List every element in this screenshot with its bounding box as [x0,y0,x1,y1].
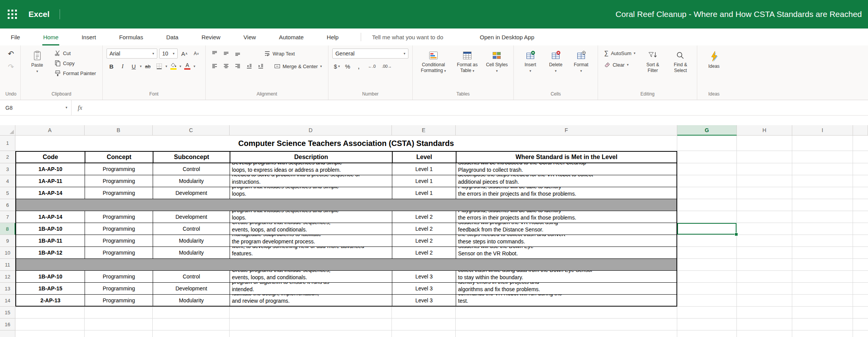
cell-F12[interactable]: collect trash while using data from the … [456,271,677,283]
app-name[interactable]: Excel [28,10,50,19]
font-name-select[interactable]: Arial▾ [107,49,157,59]
name-box[interactable]: G8 ▾ [0,100,72,115]
cell[interactable] [737,259,792,271]
row-header-partial[interactable] [0,330,15,337]
cell-A14[interactable]: 2-AP-13 [15,295,85,307]
cell[interactable] [737,307,792,319]
cell[interactable] [737,247,792,259]
row-header-15[interactable]: 15 [0,307,15,319]
cell-B8[interactable]: Programming [85,223,153,235]
cell[interactable] [737,283,792,295]
cell[interactable] [230,307,392,319]
cell[interactable] [792,259,853,271]
cell[interactable] [737,163,792,175]
cell[interactable] [737,199,792,211]
cell-A13[interactable]: 1B-AP-15 [15,283,85,295]
row-header-12[interactable]: 12 [0,271,15,283]
tab-automate[interactable]: Automate [278,29,304,45]
cell-B12[interactable]: Programming [85,271,153,283]
sort-filter-button[interactable]: Sort & Filter [640,49,665,74]
fill-color-button[interactable] [168,61,178,71]
cell-D7[interactable]: program that includes sequences and simp… [230,211,392,223]
cell[interactable] [230,330,392,337]
cell-F3[interactable]: Students will be introduced to the Coral… [456,163,677,175]
cell[interactable] [153,307,230,319]
cell[interactable] [677,330,737,337]
cell-F2[interactable]: Where Standard is Met in the Level [456,151,677,163]
cell-C7[interactable]: Development [153,211,230,223]
cell-A10[interactable]: 1B-AP-12 [15,247,85,259]
copy-button[interactable]: Copy [52,59,98,68]
tab-help[interactable]: Help [326,29,340,45]
cell[interactable] [677,271,737,283]
cell[interactable] [737,295,792,307]
format-as-table-button[interactable]: Format as Table ▾ [450,49,484,74]
cell-E14[interactable]: Level 3 [392,295,456,307]
tab-view[interactable]: View [243,29,257,45]
cell[interactable] [737,271,792,283]
formula-input[interactable] [88,100,868,115]
delete-cells-button[interactable]: Delete ▾ [543,49,568,74]
cell[interactable] [677,235,737,247]
find-select-button[interactable]: Find & Select [668,49,693,74]
cell[interactable] [792,136,853,151]
row-header-8[interactable]: 8 [0,223,15,235]
active-cell-G8[interactable] [677,223,737,235]
cell[interactable] [792,187,853,199]
tab-review[interactable]: Review [201,29,221,45]
decrease-decimal-button[interactable]: .00→ [380,61,394,71]
wrap-text-button[interactable]: Wrap Text [262,49,297,58]
cell-A7[interactable]: 1A-AP-14 [15,211,85,223]
cell-D3[interactable]: Develop programs with sequences and simp… [230,163,392,175]
cell[interactable] [792,211,853,223]
cell-E7[interactable]: Level 2 [392,211,456,223]
cell-C5[interactable]: Development [153,187,230,199]
align-top-button[interactable] [210,49,220,59]
row-header-16[interactable]: 16 [0,319,15,330]
cell[interactable] [456,307,677,319]
row-header-13[interactable]: 13 [0,283,15,295]
cell-B7[interactable]: Programming [85,211,153,223]
cell[interactable] [456,319,677,330]
cell-D2[interactable]: Description [230,151,392,163]
cell[interactable] [230,319,392,330]
cell-C14[interactable]: Modularity [153,295,230,307]
cell[interactable] [792,235,853,247]
cell[interactable] [792,330,853,337]
cell[interactable] [15,330,85,337]
row-header-14[interactable]: 14 [0,295,15,307]
underline-button[interactable]: U [129,61,139,71]
row-header-6[interactable]: 6 [0,199,15,211]
conditional-formatting-button[interactable]: Conditional Formatting ▾ [417,49,450,74]
cell-styles-button[interactable]: Cell Styles ▾ [484,49,510,74]
cell[interactable] [677,247,737,259]
align-center-button[interactable] [221,61,232,71]
open-in-desktop-button[interactable]: Open in Desktop App [480,29,535,45]
clear-button[interactable]: Clear ▾ [602,60,638,69]
decrease-indent-button[interactable] [244,61,255,71]
cell-E9[interactable]: Level 2 [392,235,456,247]
cell[interactable] [677,283,737,295]
cell[interactable] [677,307,737,319]
cell-A8[interactable]: 1B-AP-10 [15,223,85,235]
tell-me-box[interactable]: Tell me what you want to do [372,29,443,45]
autosum-button[interactable]: ∑ AutoSum ▾ [602,49,638,58]
cell[interactable] [392,330,456,337]
tab-home[interactable]: Home [42,29,59,45]
cell-E2[interactable]: Level [392,151,456,163]
column-header-G[interactable]: G [677,125,737,136]
cell[interactable] [737,136,792,151]
cell[interactable] [677,136,737,151]
cell-F7[interactable]: Playground, students will be able to ide… [456,211,677,223]
cell-C8[interactable]: Control [153,223,230,235]
format-cells-button[interactable]: Format ▾ [568,49,594,74]
row-header-3[interactable]: 3 [0,163,15,175]
separator-row-11[interactable] [15,259,677,271]
borders-button[interactable] [154,61,164,71]
cell[interactable] [737,235,792,247]
redo-button[interactable]: ↷ [6,62,16,72]
cell-D12[interactable]: Create programs that include sequences,e… [230,271,392,283]
column-header-D[interactable]: D [230,125,392,136]
increase-decimal-button[interactable]: ←.0 [365,61,379,71]
cell-A3[interactable]: 1A-AP-10 [15,163,85,175]
